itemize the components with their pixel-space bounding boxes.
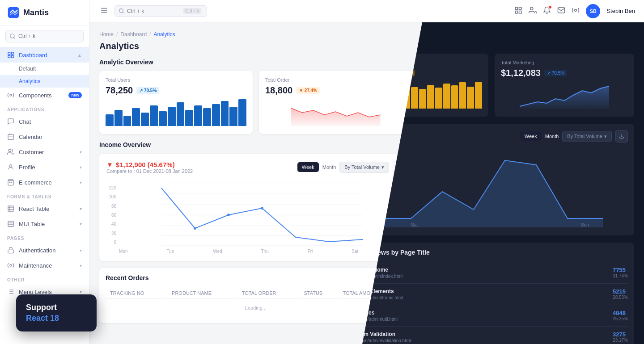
sidebar-sub-default[interactable]: Default (0, 63, 89, 75)
dark-stat-marketing: Total Marketing $1,12,083 ↗ 70.5% (495, 54, 634, 117)
sidebar-item-components[interactable]: Components new (0, 88, 89, 103)
income-chart-wrapper: 120100806040200 (106, 184, 405, 254)
total-users-badge: ↗ 70.5% (136, 87, 159, 94)
settings-icon (572, 6, 580, 14)
topbar-search-icon (119, 8, 124, 14)
applications-section: Applications (0, 103, 89, 114)
income-line-chart (119, 184, 405, 246)
col-tracking: TRACKING NO (106, 288, 167, 299)
ecommerce-chevron: ▾ (80, 180, 82, 185)
income-week-button[interactable]: Week (297, 162, 319, 172)
support-react18-toast[interactable]: Support React 18 (16, 294, 97, 331)
volume-selector[interactable]: By Total Volume ▾ (562, 131, 612, 142)
notification-container[interactable] (543, 6, 551, 16)
total-order-value: 18,800 (265, 85, 292, 96)
sidebar-item-customer[interactable]: Customer ▾ (0, 144, 89, 159)
sidebar-customer-label: Customer (19, 149, 44, 155)
sidebar-item-calendar[interactable]: Calendar (0, 129, 89, 144)
page-view-value-1: 7755 (613, 267, 628, 273)
page-views-card: Page Views by Page Title Admin Home /dem… (349, 243, 634, 344)
sidebar-item-ecommerce[interactable]: E-commerce ▾ (0, 175, 89, 190)
svg-point-50 (194, 227, 196, 230)
svg-point-5 (10, 94, 12, 96)
total-users-chart (106, 99, 246, 126)
react-table-icon (7, 205, 14, 212)
svg-point-36 (530, 7, 533, 10)
topbar-search-input[interactable] (127, 8, 181, 14)
topbar-left: Ctrl + k (98, 4, 207, 17)
dark-download-button[interactable] (615, 130, 628, 143)
sidebar-item-mui-table[interactable]: MUI Table ▾ (0, 216, 89, 231)
sidebar-profile-label: Profile (19, 164, 35, 171)
sidebar-ecommerce-label: E-commerce (19, 179, 52, 186)
income-controls: Week Month By Total Volume ▾ (297, 161, 405, 173)
income-volume-button[interactable]: By Total Volume ▾ (339, 162, 389, 173)
user-switch-button[interactable] (529, 6, 537, 16)
search-input[interactable] (5, 30, 84, 42)
settings-button[interactable] (572, 6, 580, 16)
income-yaxis: 120100806040200 (106, 184, 119, 254)
mail-button[interactable] (557, 6, 565, 16)
sidebar-auth-label: Authentication (19, 247, 55, 254)
sidebar-item-authentication[interactable]: Authentication ▾ (0, 243, 89, 258)
menu-toggle-button[interactable] (98, 4, 110, 17)
svg-point-21 (10, 264, 12, 266)
ecommerce-icon (7, 179, 14, 186)
total-order-badge: ▼ 27.4% (296, 87, 320, 94)
sidebar-item-chat[interactable]: Chat (0, 114, 89, 129)
svg-rect-33 (519, 7, 521, 9)
income-month-button[interactable]: Month (322, 164, 336, 170)
menu-levels-chevron: ▾ (80, 289, 82, 294)
logo-text: Mantis (23, 8, 49, 17)
income-xaxis: MonTueWedThuFriSatSun (119, 249, 405, 254)
svg-point-11 (9, 165, 12, 167)
menu-levels-icon (7, 288, 14, 295)
page-views-title: Page Views by Page Title (355, 249, 628, 256)
analytic-overview-title: Analytic Overview (99, 59, 412, 66)
sidebar-components-label: Components (19, 92, 52, 99)
avatar[interactable]: SB (586, 4, 600, 18)
sidebar-item-dashboard[interactable]: Dashboard ▲ (0, 47, 89, 63)
chat-icon (7, 118, 14, 125)
sidebar-item-react-table[interactable]: React Table ▾ (0, 201, 89, 216)
svg-rect-4 (11, 55, 13, 58)
breadcrumb-dashboard[interactable]: Dashboard (120, 31, 147, 38)
page-title: Analytics (99, 41, 412, 51)
breadcrumb: Home / Dashboard / Analytics (99, 31, 412, 38)
volume-chevron: ▾ (604, 134, 607, 139)
total-order-value-row: 18,800 ▼ 27.4% (265, 85, 406, 96)
svg-rect-3 (8, 55, 10, 58)
breadcrumb-home[interactable]: Home (99, 31, 114, 38)
customer-chevron: ▾ (80, 150, 82, 155)
sidebar-sub-analytics[interactable]: Analytics (0, 75, 89, 88)
toast-line2: React 18 (26, 313, 87, 323)
stat-card-total-order: Total Order 18,800 ▼ 27.4% (259, 71, 412, 134)
week-button[interactable]: Week (520, 131, 542, 141)
profile-icon (7, 164, 14, 171)
sidebar-item-profile[interactable]: Profile ▾ (0, 159, 89, 175)
month-button[interactable]: Month (545, 134, 559, 139)
income-compare: Compare to : 01 Dec 2021-08 Jan 2022 (106, 168, 193, 174)
svg-rect-6 (8, 134, 13, 140)
page-view-value-4: 3275 (613, 331, 628, 338)
dashboard-icon (7, 51, 14, 59)
grid-view-button[interactable] (514, 6, 522, 16)
topbar-search-box[interactable]: Ctrl + k (114, 5, 207, 17)
income-arrow: ▼ (106, 161, 113, 168)
page-view-row-2: Form Elements /demo/admin/forms.html 521… (355, 284, 628, 305)
pages-section: Pages (0, 231, 89, 243)
col-status: STATUS (300, 288, 338, 299)
page-view-value-2: 5215 (613, 288, 628, 295)
page-view-pct-3: 25.35% (613, 316, 628, 321)
total-users-value: 78,250 (106, 85, 133, 96)
topbar-right: SB Stebin Ben (514, 4, 635, 18)
svg-point-51 (227, 214, 230, 216)
components-badge: new (68, 92, 82, 98)
sidebar-chat-label: Chat (19, 118, 31, 125)
logo[interactable]: Mantis (0, 0, 89, 25)
topbar: Ctrl + k SB Stebin Ben (89, 0, 644, 22)
svg-rect-13 (8, 206, 13, 211)
main-wrapper: Ctrl + k SB Stebin Ben (89, 0, 644, 344)
col-order: TOTAL ORDER (238, 288, 300, 299)
sidebar-item-maintenance[interactable]: Maintenance ▾ (0, 258, 89, 273)
